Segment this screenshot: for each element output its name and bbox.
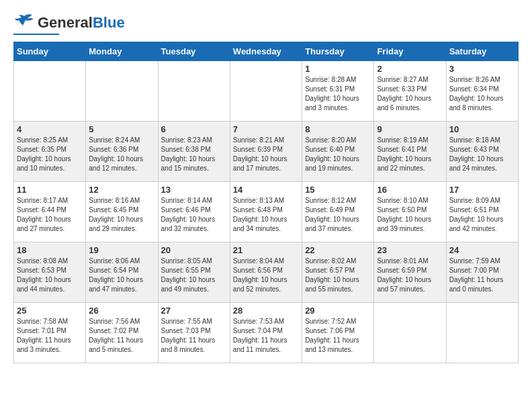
day-info: Sunrise: 8:05 AM Sunset: 6:55 PM Dayligh…	[161, 257, 227, 294]
day-number: 12	[89, 185, 154, 195]
calendar-cell: 28Sunrise: 7:53 AM Sunset: 7:04 PM Dayli…	[230, 303, 302, 363]
calendar-cell: 20Sunrise: 8:05 AM Sunset: 6:55 PM Dayli…	[158, 242, 230, 303]
logo-text: GeneralBlue	[38, 14, 125, 32]
day-info: Sunrise: 8:21 AM Sunset: 6:39 PM Dayligh…	[233, 136, 299, 173]
week-row-3: 11Sunrise: 8:17 AM Sunset: 6:44 PM Dayli…	[14, 182, 519, 242]
calendar-cell: 14Sunrise: 8:13 AM Sunset: 6:48 PM Dayli…	[230, 182, 302, 242]
day-number: 18	[17, 245, 83, 255]
calendar-cell: 13Sunrise: 8:14 AM Sunset: 6:46 PM Dayli…	[158, 182, 230, 242]
day-info: Sunrise: 8:09 AM Sunset: 6:51 PM Dayligh…	[449, 196, 515, 234]
day-number: 20	[161, 245, 227, 255]
day-number: 9	[377, 124, 443, 134]
day-info: Sunrise: 8:08 AM Sunset: 6:53 PM Dayligh…	[17, 257, 83, 294]
day-number: 8	[305, 124, 371, 134]
calendar-cell: 23Sunrise: 8:01 AM Sunset: 6:59 PM Dayli…	[374, 242, 446, 303]
day-number: 26	[89, 306, 154, 316]
day-number: 25	[17, 306, 83, 316]
calendar-cell: 27Sunrise: 7:55 AM Sunset: 7:03 PM Dayli…	[158, 303, 230, 363]
header-sunday: Sunday	[14, 42, 86, 61]
day-number: 29	[305, 306, 371, 316]
day-number: 1	[305, 64, 371, 74]
week-row-2: 4Sunrise: 8:25 AM Sunset: 6:35 PM Daylig…	[14, 122, 519, 182]
day-info: Sunrise: 8:18 AM Sunset: 6:43 PM Dayligh…	[449, 136, 515, 173]
day-info: Sunrise: 8:06 AM Sunset: 6:54 PM Dayligh…	[89, 257, 154, 294]
calendar-cell: 21Sunrise: 8:04 AM Sunset: 6:56 PM Dayli…	[230, 242, 302, 303]
day-info: Sunrise: 7:56 AM Sunset: 7:02 PM Dayligh…	[89, 317, 154, 355]
day-info: Sunrise: 8:01 AM Sunset: 6:59 PM Dayligh…	[377, 257, 443, 294]
header-saturday: Saturday	[446, 42, 518, 61]
calendar-cell: 1Sunrise: 8:28 AM Sunset: 6:31 PM Daylig…	[302, 61, 374, 122]
calendar-cell: 5Sunrise: 8:24 AM Sunset: 6:36 PM Daylig…	[86, 122, 158, 182]
day-number: 19	[89, 245, 154, 255]
calendar-cell: 22Sunrise: 8:02 AM Sunset: 6:57 PM Dayli…	[302, 242, 374, 303]
calendar-cell: 10Sunrise: 8:18 AM Sunset: 6:43 PM Dayli…	[446, 122, 518, 182]
calendar-cell: 12Sunrise: 8:16 AM Sunset: 6:45 PM Dayli…	[86, 182, 158, 242]
day-number: 14	[233, 185, 299, 195]
calendar-cell: 26Sunrise: 7:56 AM Sunset: 7:02 PM Dayli…	[86, 303, 158, 363]
calendar-cell	[86, 61, 158, 122]
day-number: 5	[89, 124, 154, 134]
calendar-cell: 11Sunrise: 8:17 AM Sunset: 6:44 PM Dayli…	[14, 182, 86, 242]
calendar-cell	[158, 61, 230, 122]
week-row-5: 25Sunrise: 7:58 AM Sunset: 7:01 PM Dayli…	[14, 303, 519, 363]
day-info: Sunrise: 8:04 AM Sunset: 6:56 PM Dayligh…	[233, 257, 299, 294]
header-friday: Friday	[374, 42, 446, 61]
header-wednesday: Wednesday	[230, 42, 302, 61]
day-number: 27	[161, 306, 227, 316]
day-number: 10	[449, 124, 515, 134]
calendar-cell	[14, 61, 86, 122]
calendar-cell: 4Sunrise: 8:25 AM Sunset: 6:35 PM Daylig…	[14, 122, 86, 182]
calendar-cell: 19Sunrise: 8:06 AM Sunset: 6:54 PM Dayli…	[86, 242, 158, 303]
day-number: 2	[377, 64, 443, 74]
day-number: 21	[233, 245, 299, 255]
day-info: Sunrise: 8:20 AM Sunset: 6:40 PM Dayligh…	[305, 136, 371, 173]
day-info: Sunrise: 8:17 AM Sunset: 6:44 PM Dayligh…	[17, 196, 83, 234]
calendar-header-row: SundayMondayTuesdayWednesdayThursdayFrid…	[14, 42, 519, 61]
calendar-cell	[230, 61, 302, 122]
day-number: 24	[449, 245, 515, 255]
calendar-cell: 17Sunrise: 8:09 AM Sunset: 6:51 PM Dayli…	[446, 182, 518, 242]
calendar-cell: 29Sunrise: 7:52 AM Sunset: 7:06 PM Dayli…	[302, 303, 374, 363]
calendar-cell	[374, 303, 446, 363]
calendar-cell: 18Sunrise: 8:08 AM Sunset: 6:53 PM Dayli…	[14, 242, 86, 303]
day-info: Sunrise: 7:59 AM Sunset: 7:00 PM Dayligh…	[449, 257, 515, 294]
day-info: Sunrise: 8:26 AM Sunset: 6:34 PM Dayligh…	[449, 75, 515, 113]
day-info: Sunrise: 8:13 AM Sunset: 6:48 PM Dayligh…	[233, 196, 299, 234]
page-header: GeneralBlue	[13, 13, 519, 35]
day-info: Sunrise: 8:10 AM Sunset: 6:50 PM Dayligh…	[377, 196, 443, 234]
calendar-cell: 8Sunrise: 8:20 AM Sunset: 6:40 PM Daylig…	[302, 122, 374, 182]
day-info: Sunrise: 8:19 AM Sunset: 6:41 PM Dayligh…	[377, 136, 443, 173]
day-number: 28	[233, 306, 299, 316]
day-number: 15	[305, 185, 371, 195]
day-info: Sunrise: 8:14 AM Sunset: 6:46 PM Dayligh…	[161, 196, 227, 234]
calendar-cell: 25Sunrise: 7:58 AM Sunset: 7:01 PM Dayli…	[14, 303, 86, 363]
day-info: Sunrise: 8:16 AM Sunset: 6:45 PM Dayligh…	[89, 196, 154, 234]
day-info: Sunrise: 8:24 AM Sunset: 6:36 PM Dayligh…	[89, 136, 154, 173]
calendar-cell: 6Sunrise: 8:23 AM Sunset: 6:38 PM Daylig…	[158, 122, 230, 182]
day-info: Sunrise: 8:23 AM Sunset: 6:38 PM Dayligh…	[161, 136, 227, 173]
day-info: Sunrise: 8:02 AM Sunset: 6:57 PM Dayligh…	[305, 257, 371, 294]
calendar-cell: 9Sunrise: 8:19 AM Sunset: 6:41 PM Daylig…	[374, 122, 446, 182]
day-number: 11	[17, 185, 83, 195]
header-tuesday: Tuesday	[158, 42, 230, 61]
day-number: 17	[449, 185, 515, 195]
calendar-cell: 15Sunrise: 8:12 AM Sunset: 6:49 PM Dayli…	[302, 182, 374, 242]
day-info: Sunrise: 8:27 AM Sunset: 6:33 PM Dayligh…	[377, 75, 443, 113]
logo: GeneralBlue	[13, 13, 125, 35]
week-row-4: 18Sunrise: 8:08 AM Sunset: 6:53 PM Dayli…	[14, 242, 519, 303]
header-monday: Monday	[86, 42, 158, 61]
day-number: 22	[305, 245, 371, 255]
day-info: Sunrise: 7:53 AM Sunset: 7:04 PM Dayligh…	[233, 317, 299, 355]
day-info: Sunrise: 7:52 AM Sunset: 7:06 PM Dayligh…	[305, 317, 371, 355]
day-number: 3	[449, 64, 515, 74]
day-number: 16	[377, 185, 443, 195]
calendar-cell: 3Sunrise: 8:26 AM Sunset: 6:34 PM Daylig…	[446, 61, 518, 122]
day-info: Sunrise: 8:28 AM Sunset: 6:31 PM Dayligh…	[305, 75, 371, 113]
day-number: 6	[161, 124, 227, 134]
day-info: Sunrise: 7:58 AM Sunset: 7:01 PM Dayligh…	[17, 317, 83, 355]
calendar-table: SundayMondayTuesdayWednesdayThursdayFrid…	[13, 42, 519, 363]
week-row-1: 1Sunrise: 8:28 AM Sunset: 6:31 PM Daylig…	[14, 61, 519, 122]
day-info: Sunrise: 8:12 AM Sunset: 6:49 PM Dayligh…	[305, 196, 371, 234]
day-number: 7	[233, 124, 299, 134]
calendar-cell	[446, 303, 518, 363]
